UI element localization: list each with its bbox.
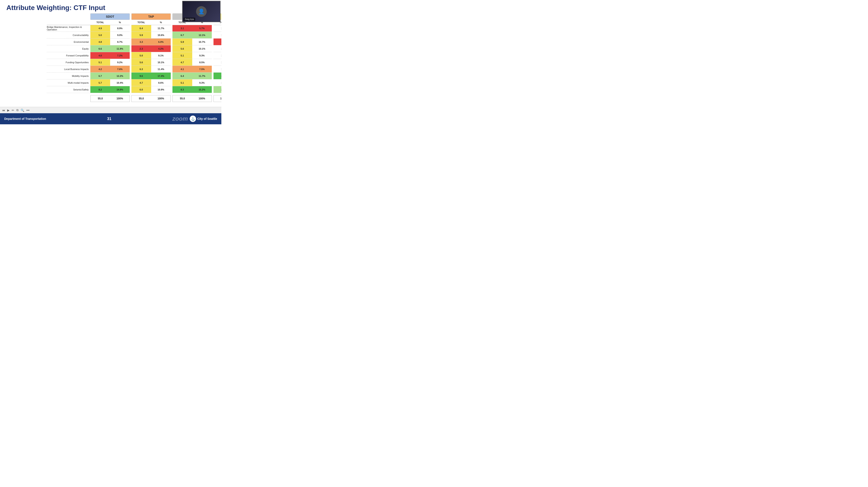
bottom-bar: Department of Transportation 31 zoom ⚓ C… [0, 113, 221, 124]
row-label-9: Seismic/Safety [47, 86, 90, 93]
cell-pct-1-2: 6.0% [151, 38, 171, 45]
cell-pct-2-3: 10.1% [192, 45, 212, 52]
copy-icon[interactable]: ⧉ [17, 108, 19, 112]
play-icon[interactable]: ⏮ [2, 109, 5, 112]
data-row-2-0: 3.15.7% [173, 25, 212, 32]
cell-total-0-2: 4.8 [90, 38, 110, 45]
data-row-2-8: 5.19.3% [173, 79, 212, 86]
data-row-0-0: 4.98.9% [90, 25, 130, 32]
data-row-1-1: 5.910.6% [131, 32, 171, 38]
data-row-3-1: 17.510.6% [214, 32, 221, 38]
cell-pct-2-2: 10.7% [192, 38, 212, 45]
cell-pct-0-9: 14.9% [110, 86, 130, 93]
cell-total-1-9: 6.0 [131, 86, 151, 93]
cell-pct-2-4: 9.3% [192, 52, 212, 59]
row-label-2: Environmental [47, 38, 90, 45]
total-group-3: 165.0100% [214, 95, 221, 102]
cell-total-0-1: 5.0 [90, 32, 110, 38]
data-row-3-9: 22.513.7% [214, 86, 221, 93]
cell-pct-2-9: 15.2% [192, 86, 212, 93]
play-button[interactable]: ▶ [7, 109, 9, 112]
row-label-5: Funding Opportunities [47, 59, 90, 66]
row-labels-column [4, 13, 47, 26]
labels-col: Bridge Maintenance, Inspection & Operati… [47, 25, 90, 93]
data-group-ctf: 3.15.7%6.712.1%5.910.7%5.610.1%5.19.3%4.… [173, 25, 212, 93]
more-icon[interactable]: ••• [26, 109, 30, 112]
data-row-3-0: 14.48.8% [214, 25, 221, 32]
cell-total-3-1: 17.5 [214, 32, 221, 38]
controls-bar: ⏮ ▶ ✏ ⧉ 🔍 ••• [0, 107, 221, 113]
video-person-name: Greg Izzo [184, 18, 195, 21]
col-header-%: % [151, 20, 171, 25]
row-label-7: Mobility Impacts [47, 73, 90, 79]
cell-pct-2-0: 5.7% [192, 25, 212, 31]
cell-total-2-8: 5.1 [173, 79, 192, 86]
data-row-2-5: 4.78.5% [173, 59, 212, 66]
row-label-4: Forward Compatibility [47, 52, 90, 59]
total-value-2: 55.0 [173, 95, 192, 102]
data-row-2-3: 5.610.1% [173, 45, 212, 52]
row-label-8: Multi-modal Impacts [47, 79, 90, 86]
data-row-2-4: 5.19.3% [173, 52, 212, 59]
cell-total-1-1: 5.9 [131, 32, 151, 38]
row-label-3: Equity [47, 45, 90, 52]
data-row-1-6: 6.311.4% [131, 66, 171, 73]
cell-pct-1-6: 11.4% [151, 66, 171, 73]
cell-total-2-2: 5.9 [173, 38, 192, 45]
data-row-0-4: 4.07.2% [90, 52, 130, 59]
cell-total-0-0: 4.9 [90, 25, 110, 31]
data-row-1-3: 2.34.2% [131, 45, 171, 52]
cell-pct-0-1: 9.0% [110, 32, 130, 38]
groups-container: 4.98.9%5.09.0%4.88.7%6.611.9%4.07.2%5.19… [90, 25, 221, 93]
data-row-0-8: 5.710.4% [90, 79, 130, 86]
cell-total-2-7: 6.4 [173, 73, 192, 79]
zoom-logo: zoom [173, 115, 188, 122]
cell-total-1-8: 4.7 [131, 79, 151, 86]
cell-pct-0-0: 8.9% [110, 25, 130, 31]
data-row-3-8: 15.59.4% [214, 79, 221, 86]
zoom-icon[interactable]: 🔍 [21, 109, 24, 112]
cell-total-3-7: 22.7 [214, 73, 221, 79]
seattle-badge: ⚓ City of Seattle [190, 116, 217, 122]
data-row-2-7: 6.411.7% [173, 73, 212, 79]
cell-pct-1-5: 10.1% [151, 59, 171, 65]
total-pct-0: 100% [110, 95, 130, 102]
col-header-%: % [110, 20, 130, 25]
cell-total-0-9: 8.2 [90, 86, 110, 93]
cell-pct-1-1: 10.6% [151, 32, 171, 38]
row-label-0: Bridge Maintenance, Inspection & Operati… [47, 25, 90, 32]
bottom-right: zoom ⚓ City of Seattle [173, 115, 217, 122]
dept-label: Department of Transportation [4, 117, 46, 120]
cell-pct-0-7: 12.2% [110, 73, 130, 79]
cell-total-1-7: 9.6 [131, 73, 151, 79]
data-row-0-2: 4.88.7% [90, 38, 130, 45]
cell-total-2-0: 3.1 [173, 25, 192, 31]
data-row-2-1: 6.712.1% [173, 32, 212, 38]
data-row-1-5: 5.610.1% [131, 59, 171, 66]
total-value-0: 55.0 [91, 95, 110, 102]
cell-pct-0-4: 7.2% [110, 52, 130, 59]
cell-pct-2-6: 7.5% [192, 66, 212, 73]
cell-total-2-9: 8.3 [173, 86, 192, 93]
data-row-2-6: 4.17.5% [173, 66, 212, 73]
data-row-1-9: 6.010.9% [131, 86, 171, 93]
data-row-3-3: 14.48.7% [214, 45, 221, 52]
cell-total-3-0: 14.4 [214, 25, 221, 31]
cell-total-3-5: 15.3 [214, 59, 221, 65]
cell-pct-0-8: 10.4% [110, 79, 130, 86]
total-group-0: 55.0100% [90, 95, 130, 102]
data-group-combined: 14.48.8%17.510.6%14.08.5%14.48.7%14.18.5… [214, 25, 221, 93]
data-section: Bridge Maintenance, Inspection & Operati… [47, 25, 221, 93]
col-header-TOTAL: TOTAL [131, 20, 151, 25]
data-row-3-2: 14.08.5% [214, 38, 221, 45]
cell-total-1-6: 6.3 [131, 66, 151, 73]
total-value-1: 55.0 [132, 95, 151, 102]
cell-pct-1-9: 10.9% [151, 86, 171, 93]
cell-pct-0-5: 9.2% [110, 59, 130, 65]
edit-icon[interactable]: ✏ [12, 109, 14, 112]
seattle-icon: ⚓ [190, 116, 196, 122]
row-label-1: Constructability [47, 32, 90, 38]
cell-total-2-5: 4.7 [173, 59, 192, 65]
total-pct-1: 100% [151, 95, 171, 102]
col-header-TOTAL: TOTAL [90, 20, 110, 25]
